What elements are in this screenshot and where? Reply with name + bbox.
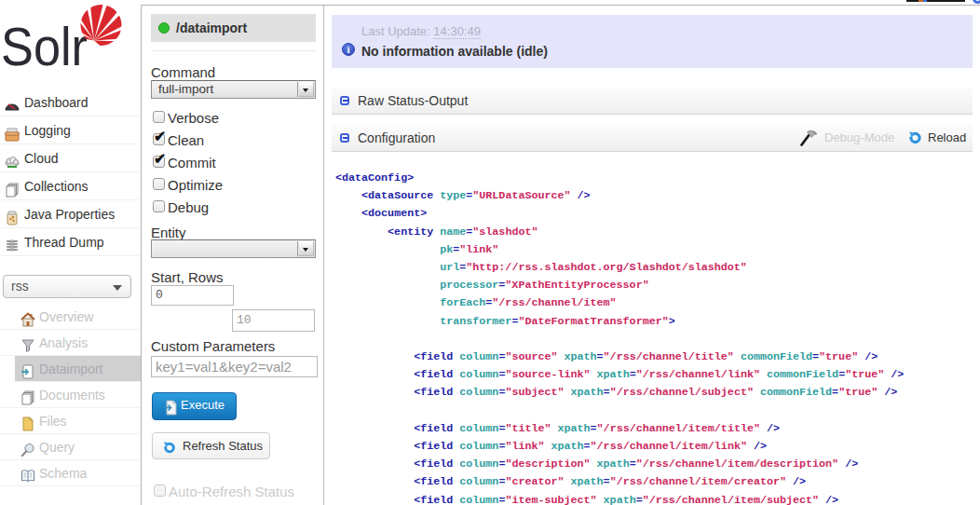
svg-text:Solr: Solr [1, 16, 88, 70]
